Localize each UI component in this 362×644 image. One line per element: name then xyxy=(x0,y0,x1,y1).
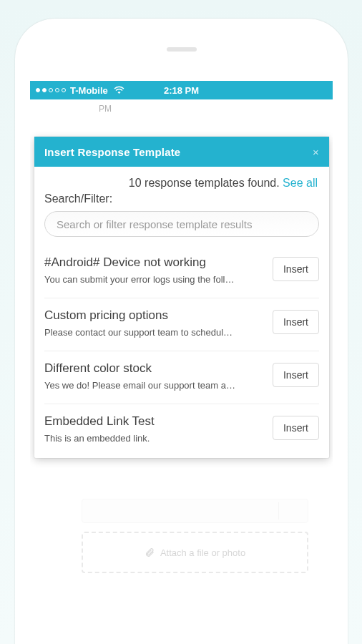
template-preview: Please contact our support team to sched… xyxy=(44,327,264,338)
template-preview: This is an embedded link. xyxy=(44,433,264,444)
signal-dots-icon xyxy=(36,88,66,92)
phone-speaker xyxy=(167,47,197,52)
insert-button[interactable]: Insert xyxy=(273,363,319,387)
status-bar: T-Mobile 2:18 PM xyxy=(30,81,333,99)
insert-button[interactable]: Insert xyxy=(273,416,319,440)
see-all-link[interactable]: See all xyxy=(283,177,318,189)
template-list: #Android# Device not workingYou can subm… xyxy=(44,245,319,452)
template-title: Embedded Link Test xyxy=(44,414,264,429)
template-preview: You can submit your error logs using the… xyxy=(44,274,264,285)
template-item: Custom pricing optionsPlease contact our… xyxy=(44,298,319,351)
modal-header: Insert Response Template × xyxy=(34,137,329,167)
status-left: T-Mobile xyxy=(36,85,124,96)
screen: T-Mobile 2:18 PM PM xyxy=(30,81,333,644)
carrier-label: T-Mobile xyxy=(70,85,108,96)
template-text: Custom pricing optionsPlease contact our… xyxy=(44,308,264,338)
found-count-text: 10 response templates found. xyxy=(129,177,283,189)
phone-frame: T-Mobile 2:18 PM PM xyxy=(15,19,348,644)
template-title: Different color stock xyxy=(44,361,264,376)
template-item: Different color stockYes we do! Please e… xyxy=(44,351,319,404)
modal-title: Insert Response Template xyxy=(44,146,180,158)
background-content: PM Attach a file or photo Insert Respons… xyxy=(30,99,333,644)
search-filter-label: Search/Filter: xyxy=(44,192,319,205)
search-input[interactable] xyxy=(44,211,319,237)
template-text: #Android# Device not workingYou can subm… xyxy=(44,255,264,285)
insert-template-modal: Insert Response Template × 10 response t… xyxy=(34,137,329,458)
modal-close-button[interactable]: × xyxy=(313,146,319,158)
modal-body: 10 response templates found. See all Sea… xyxy=(34,167,329,458)
template-item: #Android# Device not workingYou can subm… xyxy=(44,245,319,298)
insert-button[interactable]: Insert xyxy=(273,310,319,334)
template-title: #Android# Device not working xyxy=(44,255,264,270)
template-title: Custom pricing options xyxy=(44,308,264,323)
insert-button[interactable]: Insert xyxy=(273,257,319,281)
template-text: Embedded Link TestThis is an embedded li… xyxy=(44,414,264,444)
template-text: Different color stockYes we do! Please e… xyxy=(44,361,264,391)
template-preview: Yes we do! Please email our support team… xyxy=(44,380,264,391)
pm-text: PM xyxy=(99,104,112,114)
found-line: 10 response templates found. See all xyxy=(44,177,319,190)
template-item: Embedded Link TestThis is an embedded li… xyxy=(44,404,319,452)
wifi-icon xyxy=(114,86,124,94)
